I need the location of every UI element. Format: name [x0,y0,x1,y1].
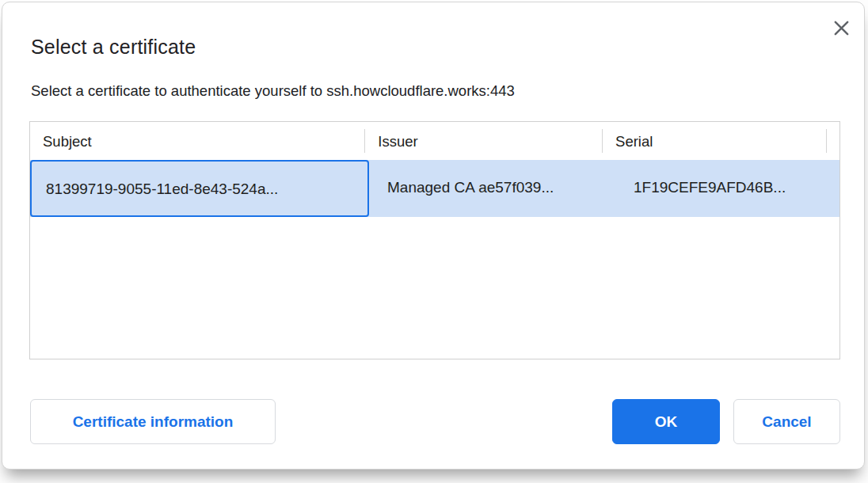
column-header-issuer[interactable]: Issuer [365,122,603,160]
column-header-subject[interactable]: Subject [30,122,365,160]
certificate-table: Subject Issuer Serial 81399719-9055-11ed… [29,121,840,359]
cell-issuer: Managed CA ae57f039... [369,160,609,217]
cell-subject: 81399719-9055-11ed-8e43-524a... [30,160,369,217]
close-button[interactable] [828,15,854,40]
ok-button[interactable]: OK [612,399,720,444]
close-icon [832,19,851,37]
cancel-button[interactable]: Cancel [733,399,840,444]
certificate-row-selected[interactable]: 81399719-9055-11ed-8e43-524a... Managed … [30,160,839,217]
certificate-information-button[interactable]: Certificate information [30,399,276,444]
table-header: Subject Issuer Serial [30,122,839,160]
dialog-title: Select a certificate [31,36,196,59]
column-header-serial[interactable]: Serial [603,122,827,160]
certificate-select-dialog: Select a certificate Select a certificat… [2,2,865,470]
cell-serial: 1F19CEFE9AFD46B... [609,160,836,217]
column-header-filler [827,122,839,160]
dialog-subtitle: Select a certificate to authenticate you… [31,82,515,100]
